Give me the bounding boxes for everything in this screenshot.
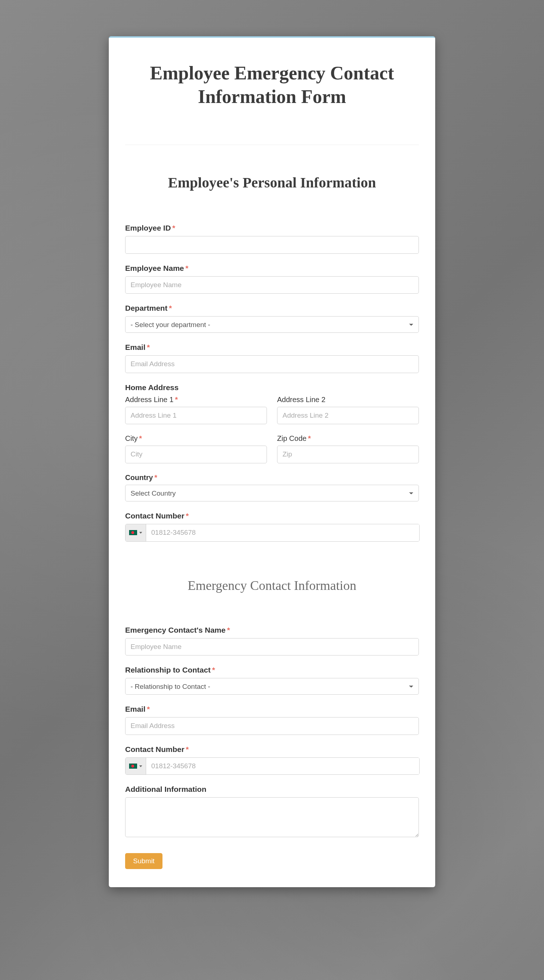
email-input[interactable] <box>125 355 419 373</box>
chevron-down-icon <box>139 765 142 767</box>
ec-relationship-select[interactable]: - Relationship to Contact - <box>125 678 419 695</box>
required-asterisk: * <box>227 626 230 634</box>
label-ec-contact-number: Contact Number* <box>125 745 419 754</box>
zip-input[interactable] <box>277 445 419 463</box>
required-asterisk: * <box>212 666 215 674</box>
field-home-address-header: Home Address <box>125 383 419 392</box>
field-zip: Zip Code* <box>277 434 419 463</box>
label-department: Department* <box>125 304 419 312</box>
field-country: Country* Select Country <box>125 474 419 501</box>
required-asterisk: * <box>172 224 175 232</box>
submit-button[interactable]: Submit <box>125 853 162 869</box>
ec-country-code-dropdown[interactable] <box>126 758 146 775</box>
field-address-line-1: Address Line 1* <box>125 396 267 425</box>
chevron-down-icon <box>139 532 142 534</box>
label-ec-relationship: Relationship to Contact* <box>125 666 419 675</box>
field-city: City* <box>125 434 267 463</box>
required-asterisk: * <box>308 434 311 442</box>
label-employee-id: Employee ID* <box>125 224 419 232</box>
field-address-line-2: Address Line 2 <box>277 396 419 425</box>
field-employee-id: Employee ID* <box>125 224 419 254</box>
country-select[interactable]: Select Country <box>125 485 419 501</box>
field-department: Department* - Select your department - <box>125 304 419 333</box>
label-country: Country* <box>125 474 419 482</box>
field-email: Email* <box>125 343 419 373</box>
form-card: Employee Emergency Contact Information F… <box>109 36 435 887</box>
department-select[interactable]: - Select your department - <box>125 316 419 333</box>
divider <box>125 145 419 145</box>
field-ec-contact-number: Contact Number* <box>125 745 419 775</box>
additional-info-textarea[interactable] <box>125 797 419 837</box>
required-asterisk: * <box>175 396 178 404</box>
flag-bangladesh-icon <box>129 764 137 768</box>
required-asterisk: * <box>139 434 142 442</box>
page-title: Employee Emergency Contact Information F… <box>125 61 419 108</box>
phone-input-wrap <box>125 524 420 542</box>
required-asterisk: * <box>154 474 157 482</box>
required-asterisk: * <box>186 512 189 520</box>
city-input[interactable] <box>125 445 267 463</box>
country-code-dropdown[interactable] <box>126 524 146 541</box>
required-asterisk: * <box>147 343 150 351</box>
section-title-personal: Employee's Personal Information <box>125 174 419 191</box>
ec-name-input[interactable] <box>125 638 419 656</box>
row-city-zip: City* Zip Code* <box>125 434 419 474</box>
label-city: City* <box>125 434 267 443</box>
address-line-2-input[interactable] <box>277 407 419 425</box>
employee-id-input[interactable] <box>125 236 419 254</box>
required-asterisk: * <box>169 304 172 312</box>
ec-email-input[interactable] <box>125 717 419 735</box>
row-address-lines: Address Line 1* Address Line 2 <box>125 396 419 435</box>
required-asterisk: * <box>185 264 188 272</box>
label-home-address: Home Address <box>125 383 419 392</box>
field-ec-email: Email* <box>125 705 419 735</box>
employee-name-input[interactable] <box>125 276 419 294</box>
label-address-line-1: Address Line 1* <box>125 396 267 404</box>
field-ec-relationship: Relationship to Contact* - Relationship … <box>125 666 419 695</box>
ec-phone-input-wrap <box>125 757 420 775</box>
contact-number-input[interactable] <box>146 524 419 541</box>
field-contact-number: Contact Number* <box>125 512 419 542</box>
label-address-line-2: Address Line 2 <box>277 396 419 404</box>
required-asterisk: * <box>186 745 189 753</box>
label-zip: Zip Code* <box>277 434 419 443</box>
label-ec-name: Emergency Contact's Name* <box>125 626 419 635</box>
field-employee-name: Employee Name* <box>125 264 419 294</box>
field-ec-name: Emergency Contact's Name* <box>125 626 419 656</box>
section-title-emergency: Emergency Contact Information <box>125 578 419 593</box>
label-email: Email* <box>125 343 419 352</box>
field-additional-info: Additional Information <box>125 785 419 838</box>
ec-contact-number-input[interactable] <box>146 758 419 775</box>
label-ec-email: Email* <box>125 705 419 714</box>
label-contact-number: Contact Number* <box>125 512 419 520</box>
label-employee-name: Employee Name* <box>125 264 419 273</box>
label-additional-info: Additional Information <box>125 785 419 794</box>
address-line-1-input[interactable] <box>125 407 267 425</box>
required-asterisk: * <box>147 705 150 713</box>
flag-bangladesh-icon <box>129 530 137 535</box>
